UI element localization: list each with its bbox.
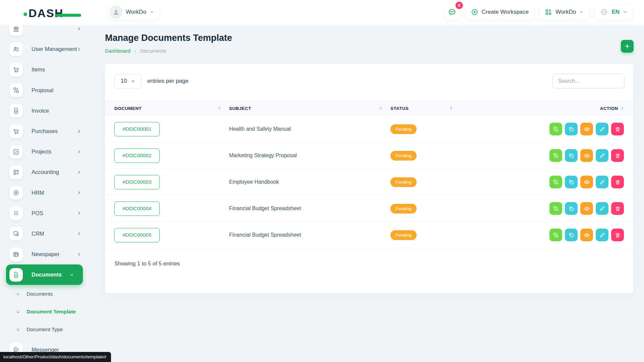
delete-button[interactable] [611, 229, 624, 241]
table-row: #DOC00003 Employee Handbook Pending [105, 169, 633, 195]
delete-button[interactable] [611, 202, 624, 215]
breadcrumb-dashboard-link[interactable]: Dashboard [105, 48, 130, 54]
create-workspace-button[interactable]: Create Workspace [465, 4, 534, 20]
entries-per-page-select[interactable]: 10 [114, 74, 142, 88]
workspace-menu-dropdown[interactable]: WorkDo [539, 4, 590, 20]
sidebar-item-accounting[interactable]: Accounting [0, 162, 89, 182]
entries-per-page-label: entries per page [147, 78, 189, 84]
sidebar-item-documents[interactable]: Documents [6, 264, 83, 285]
sidebar-item-label: Purchases [32, 128, 58, 134]
edit-button[interactable] [596, 202, 608, 215]
view-button[interactable] [580, 229, 593, 241]
sidebar-item-proposal[interactable]: Proposal [0, 80, 89, 101]
messages-button[interactable]: 0 [444, 4, 461, 20]
messages-count-badge: 0 [455, 2, 463, 9]
sidebar-item-label: CRM [32, 231, 44, 237]
copy-button[interactable] [565, 229, 578, 241]
edit-button[interactable] [596, 176, 608, 188]
entries-per-page-value: 10 [121, 78, 127, 84]
column-header-status[interactable]: STATUS ▲▼ [382, 106, 453, 111]
copy-button[interactable] [565, 202, 578, 215]
table-row: #DOC00005 Financial Budget Spreadsheet P… [105, 222, 633, 248]
logo-text: DASH [29, 7, 63, 19]
column-header-action[interactable]: ACTION ▲▼ [600, 106, 624, 111]
view-button[interactable] [580, 149, 593, 162]
search-input[interactable] [552, 74, 625, 88]
sidebar-item-label: Proposal [32, 87, 53, 94]
submenu-item-documents[interactable]: Documents [0, 285, 89, 303]
breadcrumb-current: Documents [140, 48, 166, 54]
edit-button[interactable] [596, 229, 608, 241]
chevron-right-icon [77, 149, 82, 154]
sort-icon: ▲▼ [450, 107, 453, 110]
document-subject: Employee Handbook [229, 179, 279, 185]
dots-grid-icon [9, 206, 23, 220]
edit-button[interactable] [596, 149, 608, 162]
view-button[interactable] [580, 202, 593, 215]
swap-squares-icon [9, 83, 23, 97]
chevron-right-icon [77, 252, 82, 257]
delete-button[interactable] [611, 176, 624, 188]
sidebar-item-projects[interactable]: Projects [0, 141, 89, 162]
sidebar-item-label: Accounting [32, 169, 59, 175]
submenu-item-label: Document Type [26, 326, 63, 333]
workspace-menu-label: WorkDo [555, 9, 576, 15]
sort-icon: ▲▼ [621, 107, 624, 110]
convert-button[interactable] [549, 123, 562, 135]
document-id-button[interactable]: #DOC00004 [114, 201, 160, 216]
sidebar-item-newspaper[interactable]: Newspaper [0, 244, 89, 264]
person-circle-icon [9, 186, 23, 199]
column-header-subject[interactable]: SUBJECT ▲▼ [221, 106, 382, 111]
sort-icon: ▲▼ [379, 107, 382, 110]
sidebar-item-pos[interactable]: POS [0, 203, 89, 224]
chevron-right-icon: › [135, 48, 136, 54]
convert-button[interactable] [549, 202, 562, 215]
submenu-item-document-template[interactable]: Document Template [0, 303, 89, 320]
chevron-right-icon [77, 190, 82, 195]
language-dropdown[interactable]: EN [594, 4, 633, 20]
view-button[interactable] [580, 176, 593, 188]
status-bar-url: localhost/Other/Product/dash/documents/t… [0, 352, 111, 362]
sidebar-item-label: Newspaper [32, 251, 59, 257]
document-id-button[interactable]: #DOC00001 [114, 122, 160, 136]
delete-button[interactable] [611, 123, 624, 135]
document-id-button[interactable]: #DOC00005 [114, 228, 160, 242]
add-template-button[interactable] [621, 40, 634, 53]
copy-button[interactable] [565, 176, 578, 188]
check-square-icon [9, 145, 23, 159]
column-header-document[interactable]: DOCUMENT ▲▼ [114, 106, 221, 111]
sidebar-item-label: Items [32, 66, 45, 73]
workspace-account-dropdown[interactable]: WorkDo [107, 4, 160, 20]
edit-button[interactable] [596, 123, 608, 135]
documents-template-card: 10 entries per page DOCUMENT ▲▼ SUBJECT … [105, 64, 633, 293]
document-subject: Financial Budget Spreadsheet [229, 232, 301, 238]
sidebar-item-items[interactable]: Items [0, 59, 89, 80]
sidebar-item-purchases[interactable]: Purchases [0, 121, 89, 141]
sidebar-item-hrm[interactable]: HRM [0, 183, 89, 203]
invoice-icon [9, 104, 23, 117]
newspaper-icon [9, 248, 23, 261]
document-id-button[interactable]: #DOC00003 [114, 175, 160, 189]
avatar [110, 6, 122, 18]
view-button[interactable] [580, 123, 593, 135]
chevron-right-icon [77, 129, 82, 134]
copy-button[interactable] [565, 149, 578, 162]
status-badge: Pending [390, 124, 417, 134]
convert-button[interactable] [549, 149, 562, 162]
convert-button[interactable] [549, 229, 562, 241]
submenu-item-document-type[interactable]: Document Type [0, 320, 89, 338]
sidebar-item-crm[interactable]: CRM [0, 224, 89, 244]
delete-button[interactable] [611, 149, 624, 162]
sidebar-item-label: HRM [32, 190, 44, 196]
convert-button[interactable] [549, 176, 562, 188]
document-subject: Financial Budget Spreadsheet [229, 205, 301, 211]
dash-logo[interactable]: DASH [23, 7, 63, 19]
document-id-button[interactable]: #DOC00002 [114, 148, 160, 163]
sidebar-item-label: Projects [32, 148, 52, 155]
sidebar-item-invoice[interactable]: Invoice [0, 101, 89, 121]
sidebar-item-user-management[interactable]: User Management [0, 39, 89, 59]
create-workspace-label: Create Workspace [482, 9, 529, 15]
users-icon [9, 43, 23, 56]
copy-button[interactable] [565, 123, 578, 135]
sidebar: User Management Items Proposal Invoice [0, 25, 89, 362]
